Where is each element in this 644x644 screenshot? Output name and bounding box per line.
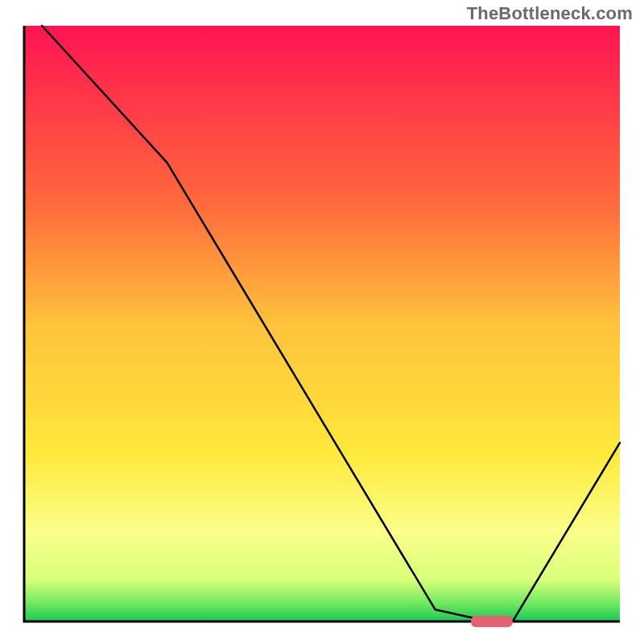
chart-container: TheBottleneck.com [0, 0, 644, 644]
optimum-marker [471, 616, 513, 627]
bottleneck-chart [0, 0, 644, 644]
plot-background [24, 26, 620, 621]
watermark-text: TheBottleneck.com [467, 3, 633, 24]
